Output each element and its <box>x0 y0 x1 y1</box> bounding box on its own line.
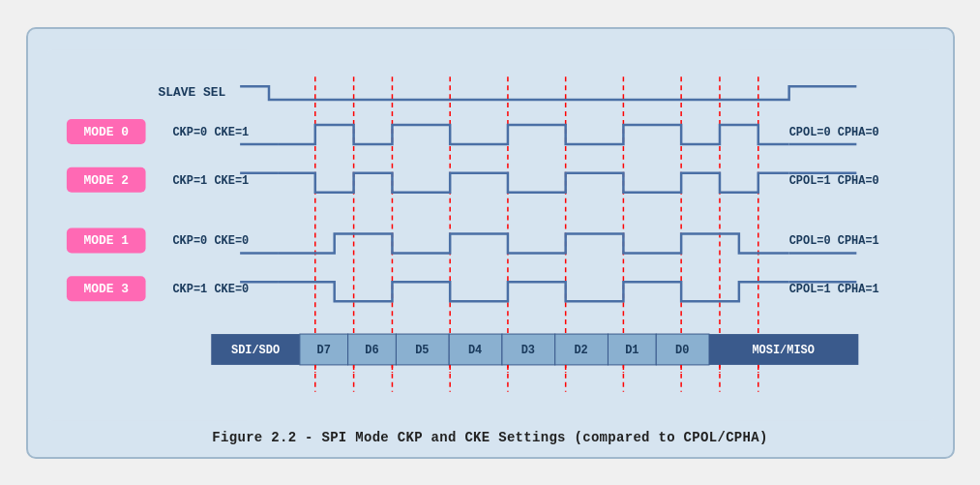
mode3-cpol: CPOL=1 CPHA=1 <box>788 283 878 296</box>
mode1-label: MODE 1 <box>83 233 129 248</box>
mode3-label: MODE 3 <box>83 282 129 296</box>
mode1-cpol: CPOL=0 CPHA=1 <box>788 234 878 248</box>
d2-label: D2 <box>574 343 587 356</box>
mode2-label: MODE 2 <box>83 172 129 187</box>
mode0-cpol: CPOL=0 CPHA=0 <box>788 125 878 138</box>
mosi-miso-label: MOSI/MISO <box>752 343 814 356</box>
d6-label: D6 <box>365 343 378 356</box>
d7-label: D7 <box>316 343 330 356</box>
mode2-cpol: CPOL=1 CPHA=0 <box>788 173 878 187</box>
diagram-area: SLAVE SEL MODE 0 CKP=0 CKE=1 CPOL=0 CPHA… <box>47 46 934 424</box>
d0-label: D0 <box>674 343 688 356</box>
diagram-container: SLAVE SEL MODE 0 CKP=0 CKE=1 CPOL=0 CPHA… <box>26 27 955 459</box>
mode3-params: CKP=1 CKE=0 <box>172 283 249 296</box>
d5-label: D5 <box>415 343 429 356</box>
d1-label: D1 <box>625 343 638 356</box>
sdi-sdo-label: SDI/SDO <box>230 343 279 356</box>
mode0-label: MODE 0 <box>83 124 129 138</box>
mode2-params: CKP=1 CKE=1 <box>172 173 249 187</box>
mode0-params: CKP=0 CKE=1 <box>172 125 249 138</box>
figure-caption: Figure 2.2 - SPI Mode CKP and CKE Settin… <box>47 430 934 445</box>
d3-label: D3 <box>520 343 534 356</box>
d4-label: D4 <box>467 343 481 356</box>
mode1-params: CKP=0 CKE=0 <box>172 234 249 248</box>
slave-sel-label: SLAVE SEL <box>158 85 225 100</box>
timing-diagram: SLAVE SEL MODE 0 CKP=0 CKE=1 CPOL=0 CPHA… <box>47 46 934 424</box>
